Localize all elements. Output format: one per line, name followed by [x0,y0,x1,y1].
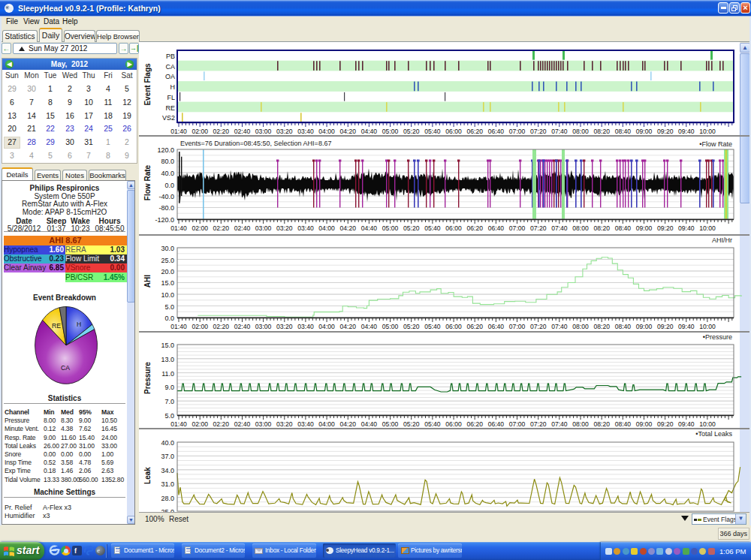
svg-text:07:40: 07:40 [551,128,568,135]
svg-text:09:00: 09:00 [636,224,653,232]
svg-text:08:20: 08:20 [593,420,610,428]
svg-text:05:20: 05:20 [403,128,420,135]
svg-text:10:00: 10:00 [699,128,716,135]
svg-text:06:40: 06:40 [488,420,505,428]
svg-text:06:40: 06:40 [488,323,505,330]
svg-text:01:40: 01:40 [170,323,187,330]
svg-text:01:40: 01:40 [170,420,187,428]
svg-text:07:00: 07:00 [509,224,526,232]
svg-text:09:20: 09:20 [657,420,674,428]
svg-text:07:20: 07:20 [530,224,547,232]
svg-text:03:20: 03:20 [276,420,293,428]
svg-text:09:40: 09:40 [678,323,695,330]
svg-text:05:40: 05:40 [424,323,441,330]
svg-text:10:00: 10:00 [699,323,716,330]
svg-text:09:40: 09:40 [678,224,695,232]
svg-text:07:00: 07:00 [509,420,526,428]
svg-text:05:20: 05:20 [403,420,420,428]
svg-text:04:40: 04:40 [361,224,378,232]
svg-text:06:00: 06:00 [445,224,462,232]
svg-text:06:00: 06:00 [445,323,462,330]
svg-text:03:40: 03:40 [297,128,314,135]
svg-text:07:20: 07:20 [530,128,547,135]
svg-text:04:20: 04:20 [340,224,357,232]
svg-text:03:20: 03:20 [276,224,293,232]
svg-text:09:40: 09:40 [678,420,695,428]
svg-text:03:00: 03:00 [255,128,272,135]
svg-text:04:40: 04:40 [361,128,378,135]
svg-text:08:20: 08:20 [593,224,610,232]
svg-text:03:00: 03:00 [255,323,272,330]
svg-text:RE: RE [52,322,61,330]
svg-text:02:20: 02:20 [213,323,230,330]
svg-text:08:40: 08:40 [615,128,632,135]
svg-text:06:40: 06:40 [488,224,505,232]
svg-text:07:40: 07:40 [551,323,568,330]
svg-text:09:20: 09:20 [657,323,674,330]
svg-text:08:40: 08:40 [615,323,632,330]
svg-text:09:00: 09:00 [636,323,653,330]
svg-text:08:00: 08:00 [572,420,589,428]
svg-text:06:20: 06:20 [466,224,483,232]
svg-text:01:40: 01:40 [170,224,187,232]
svg-text:03:40: 03:40 [297,224,314,232]
svg-text:05:40: 05:40 [424,224,441,232]
svg-text:01:40: 01:40 [170,128,187,135]
svg-text:05:00: 05:00 [382,128,399,135]
svg-text:04:20: 04:20 [340,128,357,135]
svg-text:05:00: 05:00 [382,224,399,232]
svg-text:08:20: 08:20 [593,128,610,135]
svg-text:02:00: 02:00 [192,420,208,428]
svg-text:10:00: 10:00 [699,420,716,428]
svg-text:03:40: 03:40 [297,420,314,428]
svg-text:08:40: 08:40 [615,420,632,428]
svg-text:02:20: 02:20 [213,224,230,232]
svg-text:04:20: 04:20 [340,323,357,330]
svg-text:06:00: 06:00 [445,420,462,428]
svg-text:05:20: 05:20 [403,224,420,232]
svg-text:07:20: 07:20 [530,420,547,428]
svg-text:02:00: 02:00 [192,128,208,135]
svg-text:05:40: 05:40 [424,128,441,135]
svg-text:09:20: 09:20 [657,128,674,135]
svg-text:08:00: 08:00 [572,128,589,135]
svg-text:09:00: 09:00 [636,420,653,428]
svg-text:05:00: 05:00 [382,420,399,428]
svg-text:06:20: 06:20 [466,128,483,135]
svg-text:07:40: 07:40 [551,420,568,428]
svg-text:06:20: 06:20 [466,420,483,428]
svg-text:H: H [77,321,81,328]
svg-text:04:00: 04:00 [318,323,335,330]
svg-text:05:40: 05:40 [424,420,441,428]
svg-text:04:00: 04:00 [318,224,335,232]
svg-text:07:40: 07:40 [551,224,568,232]
svg-text:08:00: 08:00 [572,224,589,232]
svg-text:03:20: 03:20 [276,323,293,330]
svg-text:03:00: 03:00 [255,420,272,428]
svg-text:03:00: 03:00 [255,224,272,232]
svg-text:02:40: 02:40 [234,224,251,232]
svg-text:02:00: 02:00 [192,224,208,232]
svg-text:06:00: 06:00 [445,128,462,135]
svg-text:03:20: 03:20 [276,128,293,135]
svg-text:CA: CA [61,364,70,372]
svg-text:05:20: 05:20 [403,323,420,330]
svg-text:07:20: 07:20 [530,323,547,330]
svg-text:07:00: 07:00 [509,323,526,330]
svg-text:09:00: 09:00 [636,128,653,135]
svg-text:02:00: 02:00 [192,323,208,330]
svg-text:04:00: 04:00 [318,420,335,428]
svg-text:02:20: 02:20 [213,420,230,428]
svg-text:04:40: 04:40 [361,323,378,330]
svg-text:06:40: 06:40 [488,128,505,135]
svg-text:07:00: 07:00 [509,128,526,135]
svg-text:02:40: 02:40 [234,128,251,135]
svg-text:09:20: 09:20 [657,224,674,232]
svg-text:06:20: 06:20 [466,323,483,330]
svg-text:04:40: 04:40 [361,420,378,428]
svg-text:02:40: 02:40 [234,420,251,428]
svg-text:08:40: 08:40 [615,224,632,232]
svg-text:08:00: 08:00 [572,323,589,330]
svg-text:04:00: 04:00 [318,128,335,135]
svg-text:02:20: 02:20 [213,128,230,135]
